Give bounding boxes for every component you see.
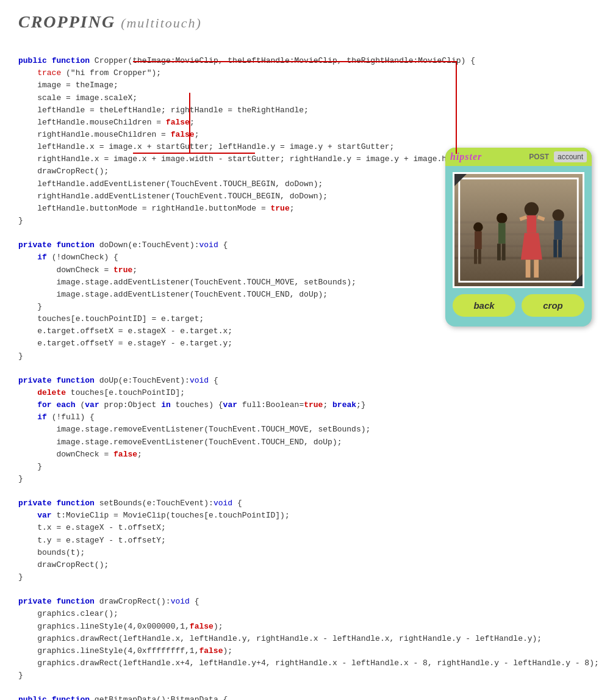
svg-rect-7 xyxy=(527,215,537,233)
svg-rect-14 xyxy=(498,223,506,244)
svg-rect-15 xyxy=(497,244,501,260)
svg-rect-9 xyxy=(526,260,531,278)
svg-rect-22 xyxy=(475,231,482,249)
photo-frame xyxy=(453,172,584,288)
crop-handle-br[interactable] xyxy=(570,274,583,286)
svg-rect-5 xyxy=(454,174,583,286)
code-content: public function Cropper(theImage:MovieCl… xyxy=(18,43,592,700)
phone-navbar: hipster POST account xyxy=(445,148,592,166)
brand-logo: hipster xyxy=(450,151,529,162)
svg-point-21 xyxy=(473,222,483,232)
svg-point-6 xyxy=(525,202,539,216)
svg-rect-20 xyxy=(558,240,562,258)
svg-rect-23 xyxy=(474,249,477,264)
svg-rect-18 xyxy=(554,220,562,239)
back-button[interactable]: back xyxy=(453,294,515,317)
phone-image-area xyxy=(445,166,592,294)
svg-point-17 xyxy=(552,209,564,221)
phone-mockup: hipster POST account xyxy=(445,148,592,327)
svg-rect-19 xyxy=(553,240,557,258)
nav-account-label: account xyxy=(554,151,587,162)
title-sub: (multitouch) xyxy=(121,15,202,31)
crop-button[interactable]: crop xyxy=(522,294,584,317)
svg-point-13 xyxy=(497,213,508,224)
crop-handle-tl[interactable] xyxy=(454,174,467,186)
svg-rect-10 xyxy=(534,260,539,278)
photo-content xyxy=(454,174,583,286)
phone-buttons-container: back crop xyxy=(445,294,592,317)
title-main: CROPPING xyxy=(18,12,115,31)
svg-rect-24 xyxy=(478,249,481,264)
svg-rect-16 xyxy=(502,244,506,260)
nav-post-label: POST xyxy=(529,153,549,161)
svg-marker-8 xyxy=(521,233,542,260)
page-title: CROPPING (multitouch) xyxy=(18,12,592,32)
